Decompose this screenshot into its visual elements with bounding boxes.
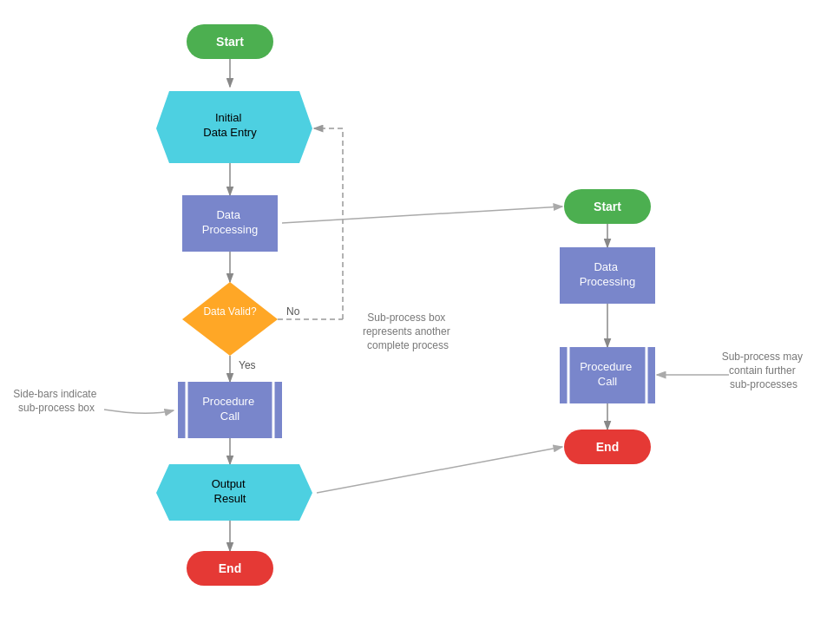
flowchart: Start Initial Data Entry Data Processing… bbox=[0, 0, 840, 623]
start2-label: Start bbox=[594, 200, 621, 213]
end1-label: End bbox=[219, 561, 241, 575]
sidebar-annotation: Side-bars indicate sub-process box bbox=[13, 388, 99, 414]
data-valid-shape bbox=[182, 282, 278, 356]
cross-arrow-processing-to-start2 bbox=[282, 207, 562, 223]
cross-arrow-output-to-end2 bbox=[317, 447, 562, 493]
start1-label: Start bbox=[216, 35, 244, 49]
end2-label: End bbox=[596, 440, 619, 454]
subprocess-annotation: Sub-process box represents another compl… bbox=[363, 312, 453, 351]
yes-label: Yes bbox=[239, 359, 256, 371]
sidebar-annotation-arrow bbox=[104, 410, 174, 413]
data-valid-label: Data Valid? bbox=[203, 305, 256, 318]
further-annotation: Sub-process may contain further sub-proc… bbox=[722, 351, 806, 390]
no-label: No bbox=[286, 305, 300, 318]
